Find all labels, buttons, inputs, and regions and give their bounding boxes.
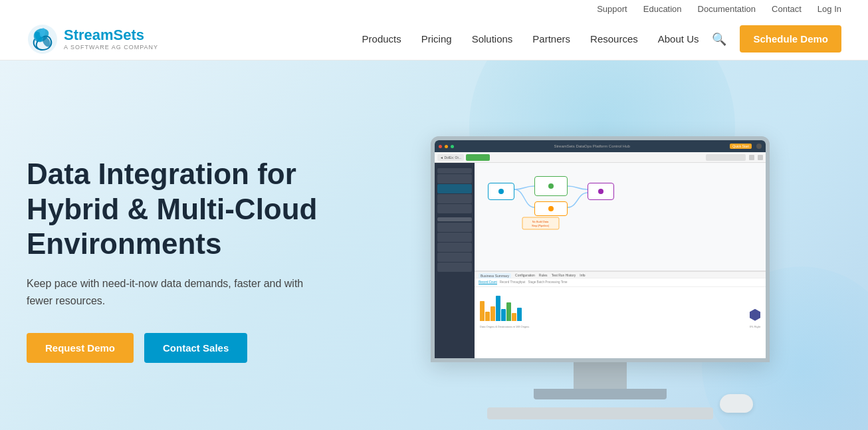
- bar-2: [485, 312, 490, 321]
- tab-configuration[interactable]: Configuration: [515, 273, 535, 278]
- toolbar-btn-1[interactable]: ◄ DolEx: Or...: [437, 154, 464, 161]
- node-dot-1: [498, 189, 504, 194]
- utility-support[interactable]: Support: [597, 4, 627, 14]
- nav-resources[interactable]: Resources: [582, 28, 646, 50]
- stat-label-2: 0% Right: [750, 325, 760, 328]
- node-fill[interactable]: [534, 201, 568, 216]
- bar-6: [506, 302, 511, 321]
- tab-history[interactable]: Test Run History: [552, 273, 576, 278]
- sidebar-item-4[interactable]: [437, 204, 472, 213]
- stat-label-1: Data Origins & Destinations ● 168 Origin…: [480, 325, 529, 328]
- bottom-panel-header: Business Summary Configuration Rules Tes…: [475, 272, 766, 278]
- sidebar-item-1[interactable]: [437, 168, 472, 173]
- bar-7: [512, 313, 516, 321]
- bar-1: [480, 301, 485, 321]
- svg-rect-4: [522, 217, 559, 229]
- logo-name-part2: Sets: [114, 27, 144, 43]
- sidebar-item-8[interactable]: [437, 253, 472, 262]
- app-title: StreamSets DataOps Platform Control Hub: [457, 144, 727, 148]
- utility-contact[interactable]: Contact: [772, 4, 802, 14]
- toolbar-btn-2[interactable]: [466, 154, 490, 161]
- app-sidebar: [435, 163, 475, 358]
- logo-link[interactable]: StreamSets A SOFTWARE AG COMPANY: [27, 23, 158, 55]
- bar-5: [501, 309, 506, 321]
- schedule-demo-button[interactable]: Schedule Demo: [740, 25, 841, 53]
- toolbar-search[interactable]: [706, 154, 746, 161]
- chart-tabs: Record Count Record Throughput Stage Bat…: [475, 278, 766, 287]
- sidebar-item-active[interactable]: [437, 184, 472, 193]
- request-demo-button[interactable]: Request Demo: [27, 333, 134, 363]
- node-customer[interactable]: [534, 176, 568, 196]
- bottom-stats: Data Origins & Destinations ● 168 Origin…: [475, 324, 766, 330]
- utility-education[interactable]: Education: [643, 4, 682, 14]
- sidebar-section: [437, 217, 472, 221]
- search-icon: 🔍: [712, 33, 726, 46]
- app-screen: StreamSets DataOps Platform Control Hub …: [435, 140, 766, 358]
- pipeline-area: No Build Data Step (Pipeline): [481, 169, 759, 261]
- tab-rules[interactable]: Rules: [539, 273, 548, 278]
- node-snowflake[interactable]: [588, 183, 614, 200]
- bottom-panel: Business Summary Configuration Rules Tes…: [475, 270, 766, 358]
- nav-products[interactable]: Products: [354, 28, 409, 50]
- logo-text: StreamSets A SOFTWARE AG COMPANY: [64, 27, 158, 50]
- shield-area: [522, 309, 760, 321]
- bar-3: [490, 306, 495, 321]
- hero-content: Data Integration for Hybrid & Multi-Clou…: [27, 157, 359, 364]
- monitor-screen: StreamSets DataOps Platform Control Hub …: [431, 136, 770, 362]
- node-dot-4: [598, 189, 603, 194]
- search-button[interactable]: 🔍: [706, 27, 732, 52]
- logo-icon: [27, 23, 58, 55]
- node-dot-2: [548, 183, 554, 189]
- logo-name-part1: Stream: [64, 27, 114, 43]
- bar-8: [517, 308, 522, 321]
- svg-text:Step (Pipeline): Step (Pipeline): [532, 224, 550, 227]
- nav-links: Products Pricing Solutions Partners Reso…: [354, 28, 707, 50]
- contact-sales-button[interactable]: Contact Sales: [144, 333, 247, 363]
- hero-buttons: Request Demo Contact Sales: [27, 333, 359, 363]
- node-oracle[interactable]: [488, 183, 514, 200]
- app-body: No Build Data Step (Pipeline) Business S…: [435, 163, 766, 358]
- monitor-keyboard: [487, 407, 713, 419]
- user-avatar: [756, 144, 762, 149]
- utility-documentation[interactable]: Documentation: [698, 4, 756, 14]
- app-canvas: No Build Data Step (Pipeline) Business S…: [475, 163, 766, 358]
- monitor-mouse: [720, 394, 753, 413]
- topbar-dot-yellow: [445, 145, 448, 148]
- hero-section: Data Integration for Hybrid & Multi-Clou…: [0, 60, 868, 430]
- monitor-stand-top: [574, 362, 627, 389]
- topbar-dot-red: [439, 145, 442, 148]
- hero-subtitle: Keep pace with need-it-now data demands,…: [27, 275, 319, 309]
- hero-image: StreamSets DataOps Platform Control Hub …: [359, 100, 841, 419]
- app-toolbar: ◄ DolEx: Or...: [435, 152, 766, 163]
- toolbar-icon: [749, 155, 754, 160]
- nav-solutions[interactable]: Solutions: [464, 28, 521, 50]
- sidebar-item-6[interactable]: [437, 233, 472, 242]
- sidebar-item-5[interactable]: [437, 223, 472, 232]
- logo-sub: A SOFTWARE AG COMPANY: [64, 44, 158, 51]
- node-dot-3: [548, 206, 554, 211]
- sidebar-item-7[interactable]: [437, 243, 472, 252]
- bar-4: [496, 296, 500, 321]
- quick-start-btn[interactable]: Quick Start: [730, 144, 752, 149]
- chart-area: [475, 287, 766, 324]
- utility-login[interactable]: Log In: [817, 4, 841, 14]
- tab-info[interactable]: Info: [580, 273, 585, 278]
- shield-icon: [750, 309, 760, 321]
- monitor-stand-base: [534, 389, 667, 399]
- nav-pricing[interactable]: Pricing: [413, 28, 460, 50]
- chart-tab-record-count[interactable]: Record Count: [479, 280, 497, 284]
- utility-bar: Support Education Documentation Contact …: [0, 0, 868, 18]
- sidebar-item-9[interactable]: [437, 263, 472, 272]
- main-nav: StreamSets A SOFTWARE AG COMPANY Product…: [0, 18, 868, 60]
- chart-tab-stage[interactable]: Stage Batch Processing Time: [528, 280, 567, 284]
- hero-title: Data Integration for Hybrid & Multi-Clou…: [27, 157, 359, 262]
- topbar-dot-green: [451, 145, 454, 148]
- chart-tab-throughput[interactable]: Record Throughput: [500, 280, 526, 284]
- tab-business-summary[interactable]: Business Summary: [479, 273, 511, 278]
- nav-partners[interactable]: Partners: [524, 28, 578, 50]
- app-topbar: StreamSets DataOps Platform Control Hub …: [435, 140, 766, 152]
- sidebar-item-2[interactable]: [437, 174, 472, 183]
- nav-about[interactable]: About Us: [650, 28, 707, 50]
- sidebar-item-3[interactable]: [437, 194, 472, 203]
- svg-text:No Build Data: No Build Data: [532, 220, 549, 223]
